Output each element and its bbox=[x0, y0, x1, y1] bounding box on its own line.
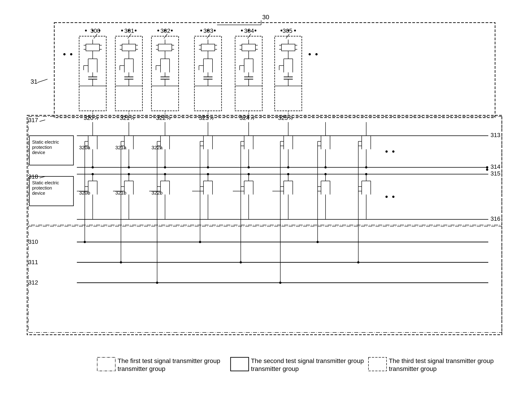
legend2-line2: transmitter group bbox=[251, 365, 299, 372]
svg-rect-124 bbox=[281, 44, 295, 51]
svg-text:321: 321 bbox=[120, 115, 130, 121]
svg-rect-55 bbox=[158, 44, 172, 51]
svg-text:Static electric: Static electric bbox=[32, 180, 59, 185]
svg-text:324: 324 bbox=[240, 115, 249, 121]
svg-point-332 bbox=[385, 150, 388, 153]
svg-point-117 bbox=[241, 30, 243, 31]
svg-text:protection: protection bbox=[32, 186, 52, 190]
legend1-line2: transmitter group bbox=[118, 365, 166, 372]
svg-point-96 bbox=[214, 30, 216, 31]
svg-point-144 bbox=[70, 53, 72, 55]
svg-text:325: 325 bbox=[278, 115, 288, 121]
svg-point-73 bbox=[171, 30, 173, 31]
svg-rect-366 bbox=[97, 357, 115, 371]
svg-point-345 bbox=[120, 261, 122, 263]
svg-text:322: 322 bbox=[156, 115, 166, 121]
svg-point-268 bbox=[247, 166, 250, 169]
svg-point-334 bbox=[385, 196, 388, 198]
svg-rect-367 bbox=[231, 357, 249, 371]
svg-point-49 bbox=[128, 30, 130, 31]
svg-point-304 bbox=[324, 166, 327, 169]
svg-text:315: 315 bbox=[490, 170, 500, 177]
svg-point-322 bbox=[365, 166, 367, 169]
svg-point-145 bbox=[309, 53, 311, 55]
svg-text:device: device bbox=[32, 150, 45, 155]
svg-point-146 bbox=[315, 53, 318, 55]
svg-point-363 bbox=[357, 261, 359, 263]
svg-text:312: 312 bbox=[28, 279, 38, 286]
svg-line-149 bbox=[40, 120, 45, 121]
svg-point-141 bbox=[287, 30, 289, 31]
svg-text:313: 313 bbox=[490, 132, 500, 138]
svg-point-231 bbox=[164, 166, 166, 169]
legend3-line2: transmitter group bbox=[389, 365, 437, 372]
svg-point-352 bbox=[199, 241, 201, 243]
svg-point-277 bbox=[247, 173, 250, 175]
svg-point-347 bbox=[156, 282, 158, 284]
svg-point-71 bbox=[157, 30, 159, 31]
svg-point-94 bbox=[200, 30, 202, 31]
svg-text:310: 310 bbox=[28, 238, 38, 245]
svg-point-333 bbox=[392, 150, 394, 153]
svg-rect-364 bbox=[28, 116, 502, 225]
legend2-line1: The second test signal transmitter group bbox=[251, 357, 364, 364]
svg-point-95 bbox=[207, 30, 209, 31]
svg-text:device: device bbox=[32, 191, 45, 196]
svg-point-343 bbox=[84, 241, 86, 243]
svg-point-27 bbox=[99, 30, 100, 31]
svg-rect-101 bbox=[242, 44, 255, 51]
svg-text:314: 314 bbox=[490, 163, 500, 170]
svg-point-72 bbox=[164, 30, 166, 31]
svg-point-335 bbox=[392, 196, 394, 198]
svg-point-356 bbox=[279, 282, 281, 284]
svg-text:317: 317 bbox=[28, 117, 38, 124]
svg-point-119 bbox=[254, 30, 256, 31]
svg-rect-368 bbox=[368, 357, 386, 371]
svg-point-191 bbox=[92, 166, 94, 169]
svg-rect-78 bbox=[201, 44, 215, 51]
svg-text:31: 31 bbox=[31, 78, 37, 85]
svg-point-48 bbox=[121, 30, 123, 31]
svg-point-50 bbox=[135, 30, 137, 31]
svg-point-250 bbox=[207, 166, 209, 169]
svg-point-211 bbox=[128, 166, 130, 169]
svg-text:320: 320 bbox=[84, 115, 93, 121]
svg-rect-9 bbox=[86, 44, 99, 51]
svg-point-295 bbox=[287, 173, 289, 175]
circuit-diagram: 30 31 300 301 bbox=[14, 9, 511, 405]
svg-point-143 bbox=[63, 53, 66, 55]
svg-point-25 bbox=[85, 30, 87, 31]
svg-point-361 bbox=[316, 241, 319, 243]
svg-point-118 bbox=[248, 30, 250, 31]
svg-point-259 bbox=[207, 173, 209, 175]
svg-point-221 bbox=[128, 173, 130, 175]
svg-point-286 bbox=[287, 166, 289, 169]
ref30-label: 30 bbox=[262, 14, 269, 21]
svg-text:316: 316 bbox=[490, 215, 500, 222]
svg-text:311: 311 bbox=[28, 259, 38, 266]
svg-rect-32 bbox=[122, 44, 136, 51]
svg-text:Static electric: Static electric bbox=[32, 140, 59, 144]
svg-point-157 bbox=[486, 169, 488, 171]
svg-line-4 bbox=[37, 79, 47, 82]
svg-point-354 bbox=[240, 261, 242, 263]
svg-text:323: 323 bbox=[199, 115, 209, 121]
svg-text:protection: protection bbox=[32, 145, 52, 150]
svg-point-140 bbox=[280, 30, 282, 31]
svg-point-26 bbox=[92, 30, 94, 31]
svg-point-142 bbox=[294, 30, 296, 31]
legend3-line1: The third test signal transmitter group bbox=[389, 357, 494, 364]
svg-point-201 bbox=[92, 173, 94, 175]
svg-point-331 bbox=[365, 173, 367, 175]
svg-point-313 bbox=[324, 173, 327, 175]
svg-point-241 bbox=[164, 173, 166, 175]
svg-point-156 bbox=[486, 166, 488, 169]
legend1-line1: The first test signal transmitter group bbox=[118, 357, 220, 364]
